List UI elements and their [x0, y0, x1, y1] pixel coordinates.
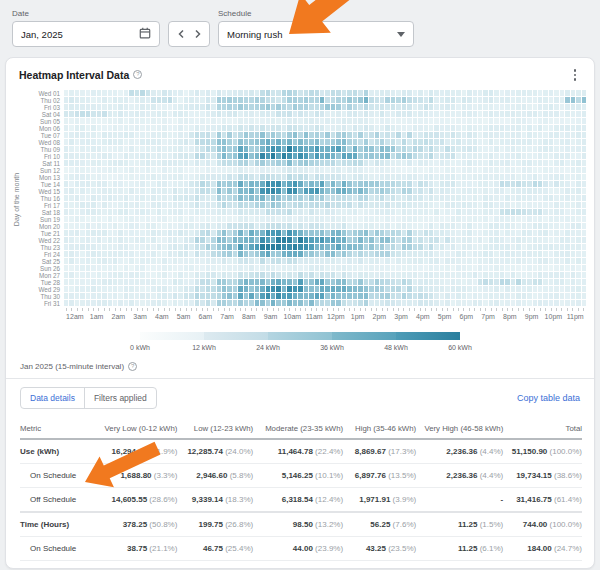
heatmap-cell[interactable]: [576, 209, 580, 215]
heatmap-cell[interactable]: [146, 97, 150, 103]
heatmap-cell[interactable]: [315, 188, 319, 194]
heatmap-cell[interactable]: [206, 258, 210, 264]
heatmap-cell[interactable]: [407, 223, 411, 229]
heatmap-cell[interactable]: [434, 104, 438, 110]
heatmap-cell[interactable]: [538, 202, 542, 208]
heatmap-cell[interactable]: [64, 111, 68, 117]
heatmap-cell[interactable]: [227, 146, 231, 152]
heatmap-cell[interactable]: [424, 139, 428, 145]
heatmap-cell[interactable]: [445, 251, 449, 257]
heatmap-cell[interactable]: [276, 139, 280, 145]
heatmap-cell[interactable]: [69, 104, 73, 110]
heatmap-cell[interactable]: [282, 244, 286, 250]
heatmap-cell[interactable]: [483, 300, 487, 306]
heatmap-cell[interactable]: [200, 174, 204, 180]
heatmap-cell[interactable]: [396, 97, 400, 103]
heatmap-cell[interactable]: [385, 244, 389, 250]
heatmap-cell[interactable]: [533, 216, 537, 222]
heatmap-cell[interactable]: [287, 286, 291, 292]
heatmap-cell[interactable]: [80, 153, 84, 159]
heatmap-cell[interactable]: [244, 202, 248, 208]
heatmap-cell[interactable]: [233, 160, 237, 166]
heatmap-cell[interactable]: [325, 286, 329, 292]
heatmap-cell[interactable]: [178, 223, 182, 229]
heatmap-cell[interactable]: [511, 300, 515, 306]
heatmap-cell[interactable]: [206, 181, 210, 187]
heatmap-cell[interactable]: [151, 272, 155, 278]
heatmap-cell[interactable]: [178, 153, 182, 159]
heatmap-cell[interactable]: [168, 146, 172, 152]
heatmap-cell[interactable]: [304, 244, 308, 250]
heatmap-cell[interactable]: [244, 293, 248, 299]
heatmap-cell[interactable]: [489, 258, 493, 264]
heatmap-cell[interactable]: [576, 251, 580, 257]
heatmap-cell[interactable]: [309, 195, 313, 201]
heatmap-cell[interactable]: [162, 258, 166, 264]
heatmap-cell[interactable]: [516, 300, 520, 306]
heatmap-cell[interactable]: [227, 293, 231, 299]
heatmap-cell[interactable]: [369, 279, 373, 285]
heatmap-cell[interactable]: [538, 195, 542, 201]
heatmap-cell[interactable]: [222, 272, 226, 278]
heatmap-cell[interactable]: [157, 279, 161, 285]
heatmap-cell[interactable]: [298, 223, 302, 229]
heatmap-cell[interactable]: [429, 181, 433, 187]
heatmap-cell[interactable]: [467, 125, 471, 131]
heatmap-cell[interactable]: [304, 167, 308, 173]
heatmap-cell[interactable]: [320, 244, 324, 250]
heatmap-cell[interactable]: [505, 265, 509, 271]
heatmap-cell[interactable]: [462, 132, 466, 138]
heatmap-cell[interactable]: [140, 216, 144, 222]
heatmap-cell[interactable]: [135, 160, 139, 166]
heatmap-cell[interactable]: [353, 146, 357, 152]
heatmap-cell[interactable]: [331, 244, 335, 250]
heatmap-cell[interactable]: [173, 300, 177, 306]
heatmap-cell[interactable]: [151, 279, 155, 285]
heatmap-cell[interactable]: [462, 153, 466, 159]
heatmap-cell[interactable]: [151, 300, 155, 306]
heatmap-cell[interactable]: [511, 237, 515, 243]
heatmap-cell[interactable]: [91, 97, 95, 103]
heatmap-cell[interactable]: [543, 258, 547, 264]
heatmap-cell[interactable]: [135, 146, 139, 152]
heatmap-cell[interactable]: [549, 286, 553, 292]
heatmap-cell[interactable]: [576, 97, 580, 103]
heatmap-cell[interactable]: [266, 293, 270, 299]
heatmap-cell[interactable]: [140, 300, 144, 306]
heatmap-cell[interactable]: [511, 188, 515, 194]
heatmap-cell[interactable]: [80, 265, 84, 271]
heatmap-cell[interactable]: [456, 216, 460, 222]
heatmap-cell[interactable]: [69, 279, 73, 285]
heatmap-cell[interactable]: [429, 125, 433, 131]
heatmap-cell[interactable]: [576, 195, 580, 201]
heatmap-cell[interactable]: [445, 111, 449, 117]
heatmap-cell[interactable]: [369, 293, 373, 299]
heatmap-cell[interactable]: [135, 181, 139, 187]
heatmap-cell[interactable]: [75, 146, 79, 152]
heatmap-cell[interactable]: [124, 174, 128, 180]
heatmap-cell[interactable]: [571, 223, 575, 229]
heatmap-cell[interactable]: [511, 153, 515, 159]
heatmap-cell[interactable]: [478, 279, 482, 285]
heatmap-cell[interactable]: [473, 244, 477, 250]
heatmap-cell[interactable]: [364, 125, 368, 131]
heatmap-cell[interactable]: [75, 97, 79, 103]
heatmap-cell[interactable]: [135, 258, 139, 264]
heatmap-cell[interactable]: [260, 160, 264, 166]
heatmap-cell[interactable]: [396, 90, 400, 96]
heatmap-cell[interactable]: [418, 132, 422, 138]
heatmap-cell[interactable]: [576, 104, 580, 110]
heatmap-cell[interactable]: [178, 209, 182, 215]
heatmap-cell[interactable]: [385, 216, 389, 222]
heatmap-cell[interactable]: [478, 230, 482, 236]
heatmap-cell[interactable]: [445, 272, 449, 278]
heatmap-cell[interactable]: [462, 167, 466, 173]
heatmap-cell[interactable]: [118, 300, 122, 306]
heatmap-cell[interactable]: [206, 125, 210, 131]
heatmap-cell[interactable]: [538, 272, 542, 278]
heatmap-cell[interactable]: [75, 216, 79, 222]
heatmap-cell[interactable]: [342, 300, 346, 306]
heatmap-cell[interactable]: [168, 139, 172, 145]
heatmap-cell[interactable]: [560, 293, 564, 299]
heatmap-cell[interactable]: [86, 139, 90, 145]
